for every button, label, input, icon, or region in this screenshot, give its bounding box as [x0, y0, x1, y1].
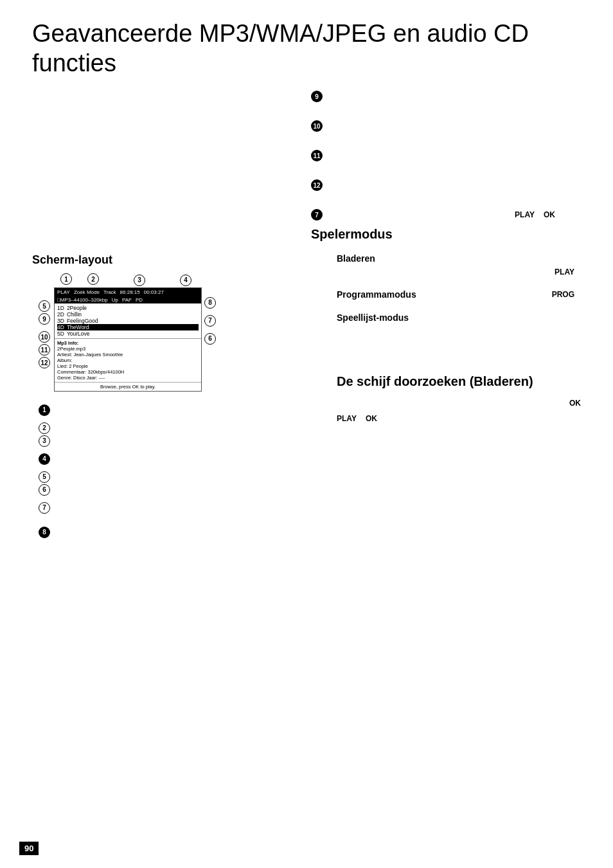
screen-info-artiest: Artiest: Jean-Jaques Smoothie	[57, 352, 199, 357]
track-3: 3DFeelingGood	[57, 318, 199, 324]
schijf-title: De schijf doorzoeken (Bladeren)	[337, 374, 581, 389]
ok-label-right: OK	[569, 399, 581, 408]
screen-info-genre: Genre: Disco Jaar: ----	[57, 375, 199, 381]
ok-label-top: OK	[544, 210, 555, 219]
legend-2-3: 2 3	[39, 422, 330, 447]
ok-label-bottom: OK	[366, 414, 377, 423]
screen-info-title: Mp3 Info:	[57, 340, 199, 346]
programmamodus-section: Programmamodus PROG	[337, 289, 581, 300]
screen-left-annotations: 5 9 10 11 12	[39, 273, 51, 392]
track-1: 1D2People	[57, 305, 199, 311]
annotation-10: 10	[311, 120, 562, 132]
track-2: 2DChillin	[57, 311, 199, 318]
programmamodus-label: Programmamodus	[337, 289, 416, 300]
screen-info-album: Album:	[57, 357, 199, 363]
legend-8: 8	[39, 527, 330, 538]
legend-7: 7	[39, 502, 330, 514]
screen-sub-paf: PAF	[122, 297, 132, 303]
spellijst-label: Speellijst-modus	[337, 312, 581, 323]
screen-sub-pd: PD	[136, 297, 143, 303]
page-number: 90	[19, 842, 39, 855]
screen-layout-title: Scherm-layout	[32, 253, 330, 267]
annotation-12: 12	[311, 179, 562, 191]
play-label-top: PLAY	[515, 210, 535, 219]
bladeren-title: Bladeren	[337, 253, 581, 264]
spelermodus-title: Spelermodus	[311, 227, 574, 242]
bladeren-play-label: PLAY	[555, 267, 574, 276]
play-label-bottom: PLAY	[337, 414, 357, 423]
screen-sub-mp3: □MP3–44100–320kbp	[57, 297, 108, 303]
annotation-11: 11	[311, 150, 562, 161]
bladeren-section: Bladeren PLAY	[337, 253, 581, 276]
page-title: Geavanceerde MP3/WMA/JPEG en audio CD fu…	[32, 19, 581, 78]
screen-header-mode: Zoek Mode	[74, 289, 100, 295]
screen-header-time2: 00:03:27	[144, 289, 164, 295]
track-5: 5DYourLove	[57, 330, 199, 337]
screen-header-track: Track	[103, 289, 116, 295]
screen-info-lied: Lied: 2 People	[57, 363, 199, 369]
legend-5-6: 5 6	[39, 471, 330, 496]
legend-4: 4	[39, 453, 330, 465]
screen-right-annotations: 8 7 6	[204, 287, 216, 345]
annotation-9: 9	[311, 91, 562, 102]
legend-1: 1	[39, 404, 330, 416]
track-4-selected: 4DTheWord	[57, 324, 199, 330]
screen-status: Browse, press OK to play.	[100, 384, 155, 390]
legend-section: 1 2 3 4 5 6	[39, 404, 330, 538]
screen-header-time1: 86:28:15	[120, 289, 140, 295]
screen-sub-up: Up	[112, 297, 118, 303]
screen-mockup: PLAY Zoek Mode Track 86:28:15 00:03:27 □…	[54, 287, 202, 392]
spellijst-section: Speellijst-modus	[337, 312, 581, 323]
screen-info-commentaar: Commentaar: 320kbps/44100H	[57, 369, 199, 375]
prog-key: PROG	[552, 290, 574, 299]
annotation-7-row: 7 PLAY OK	[311, 209, 562, 221]
screen-header-play: PLAY	[57, 289, 70, 295]
screen-info-filename: 2People.mp3	[57, 346, 199, 352]
